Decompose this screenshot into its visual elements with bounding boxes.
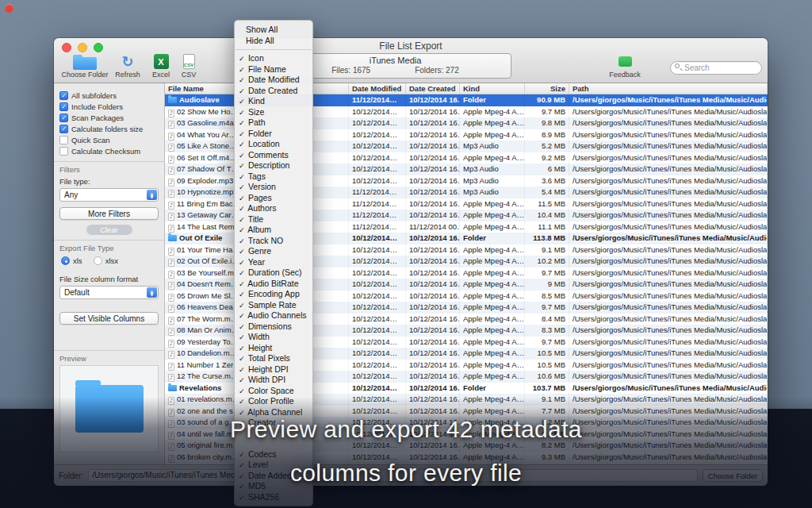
column-menu-item[interactable]: ✓ Level [235,460,312,471]
column-menu-item[interactable]: ✓ File Name [235,64,312,75]
column-menu-item[interactable]: ✓ Year [235,257,312,268]
column-menu-item[interactable]: ✓ Height [235,343,312,354]
column-header-path[interactable]: Path [569,83,768,94]
column-menu-item[interactable]: ✓ Width [235,332,312,343]
column-menu-item[interactable]: ✓ Size [235,107,312,118]
search-input[interactable] [670,61,762,75]
column-menu-item[interactable]: ✓ Path [235,117,312,129]
column-menu-item[interactable]: ✓ Sample Rate [235,300,312,311]
column-menu-item[interactable]: ✓ Color Space [235,386,312,397]
sidebar-checkbox[interactable]: Quick Scan [59,134,159,145]
column-menu-item[interactable]: ✓ Height DPI [235,364,312,375]
column-menu-item[interactable]: ✓ Date Created [235,86,312,97]
menu-item-show-all[interactable]: Show All [235,25,312,36]
choose-folder-footer-button[interactable]: Choose Folder [703,469,763,482]
column-menu-item[interactable]: ✓ Icon [235,53,312,64]
column-menu-item[interactable]: ✓ Date Added [235,471,312,482]
file-type-dropdown[interactable]: Any ▲▼ [59,188,159,202]
column-menu-item[interactable]: ✓ Folder [235,129,312,140]
column-menu-item[interactable]: ✓ Album [235,225,312,236]
checkbox-icon[interactable] [59,114,68,122]
app-window: File List Export Choose Folder ↻ Refresh… [54,38,768,486]
sidebar-checkbox[interactable]: Include Folders [59,101,159,112]
export-type-radio[interactable]: xls [61,256,82,265]
sidebar-checkbox[interactable]: Calculate folders size [59,123,159,134]
column-header-size[interactable]: Size [525,83,569,94]
checkbox-icon[interactable] [59,91,68,100]
kind-cell: Apple Mpeg-4 A… [460,129,525,141]
music-file-icon [168,121,174,129]
date-created-cell: 10/12/2014 16… [406,394,460,406]
column-menu-item[interactable]: ✓ Genre [235,246,312,257]
size-cell: 6 MB [525,164,569,175]
csv-export-button[interactable]: CSV CSV [173,53,205,79]
desktop: File List Export Choose Folder ↻ Refresh… [0,0,812,508]
checkmark-icon: ✓ [239,118,246,129]
column-menu-item[interactable]: ✓ Total Pixels [235,353,312,364]
choose-folder-button[interactable]: Choose Folder [60,53,109,79]
checkbox-icon[interactable] [59,136,68,144]
checkmark-icon: ✓ [239,482,246,492]
column-menu-item[interactable]: ✓ Comments [235,150,312,161]
more-filters-button[interactable]: More Filters [59,207,159,220]
refresh-button[interactable]: ↻ Refresh [112,53,144,79]
excel-export-button[interactable]: X Excel [145,53,177,79]
column-menu-item[interactable]: ✓ Color Profile [235,396,312,407]
column-header-date-modified[interactable]: Date Modified [349,83,406,94]
music-file-icon [168,328,174,336]
divider [54,161,164,162]
kind-cell: Apple Mpeg-4 A… [460,429,525,441]
size-format-dropdown[interactable]: Default ▲▼ [59,286,159,299]
clear-button[interactable]: Clear [86,225,132,235]
size-cell: 9.8 MB [525,117,569,129]
date-modified-cell: 10/12/2014… [349,371,406,383]
checkmark-icon: ✓ [239,215,246,225]
column-menu-item[interactable]: ✓ Version [235,182,312,193]
column-menu-item[interactable]: ✓ Creator [235,418,312,429]
checkbox-icon[interactable] [59,102,68,111]
export-type-radio[interactable]: xlsx [94,256,118,265]
column-menu-item[interactable]: ✓ Alpha Channel [235,407,312,418]
column-menu-item[interactable]: ✓ SHA256 [235,492,312,503]
column-menu-item[interactable]: ✓ Audio BitRate [235,279,312,290]
column-menu-item[interactable]: ✓ Width DPI [235,375,312,386]
csv-icon: CSV [183,54,195,69]
column-menu-item[interactable]: ✓ Duration (Sec) [235,267,312,279]
kind-cell: Folder [460,383,525,394]
menu-item-hide-all[interactable]: Hide All [235,36,312,47]
set-visible-columns-button[interactable]: Set Visible Columns [59,312,159,325]
column-menu-item[interactable]: ✓ Codecs [235,449,312,460]
column-menu-item[interactable]: ✓ Dimensions [235,321,312,333]
checkmark-icon: ✓ [239,108,246,118]
column-menu-item[interactable]: ✓ Authors [235,203,312,214]
column-menu-item[interactable]: ✓ Encoding App [235,289,312,300]
date-created-cell: 10/12/2014 16… [406,417,460,429]
column-menu-item[interactable]: ✓ Pages [235,193,312,204]
column-menu-item[interactable]: ✓ Audio Channels [235,310,312,321]
column-menu-item[interactable]: ✓ Date Modified [235,75,312,86]
sidebar-checkbox[interactable]: Calculate Checksum [59,145,159,156]
column-menu-item[interactable]: ✓ Track NO [235,236,312,247]
sidebar-checkbox[interactable]: All subfolders [59,90,159,101]
column-menu-item[interactable]: ✓ Location [235,139,312,150]
folder-icon [168,97,177,103]
column-menu-item[interactable]: ✓ Description [235,160,312,171]
feedback-button[interactable]: Feedback [605,53,645,79]
radio-icon[interactable] [94,256,102,265]
column-menu-item[interactable]: ✓ Kind [235,96,312,107]
music-file-icon [168,202,174,210]
folder-path-field[interactable]: /Users/giorgos/Music/iTunes/iTunes Med [88,469,698,482]
music-file-icon [168,167,174,175]
menu-checked-items: ✓ Icon ✓ File Name ✓ Date Modified ✓ Dat… [235,53,312,429]
checkbox-icon[interactable] [59,125,68,133]
radio-icon[interactable] [61,256,70,265]
kind-cell: Apple Mpeg-4 A… [460,267,525,279]
column-menu-item[interactable]: ✓ MD5 [235,481,312,492]
column-menu-item[interactable]: ✓ Title [235,214,312,225]
column-menu-item[interactable]: ✓ Tags [235,171,312,183]
column-header-date-created[interactable]: Date Created [406,83,460,94]
kind-cell: Apple Mpeg-4 A… [460,406,525,418]
column-header-kind[interactable]: Kind [460,83,525,94]
sidebar-checkbox[interactable]: Scan Packages [59,112,159,123]
checkbox-icon[interactable] [59,147,68,156]
